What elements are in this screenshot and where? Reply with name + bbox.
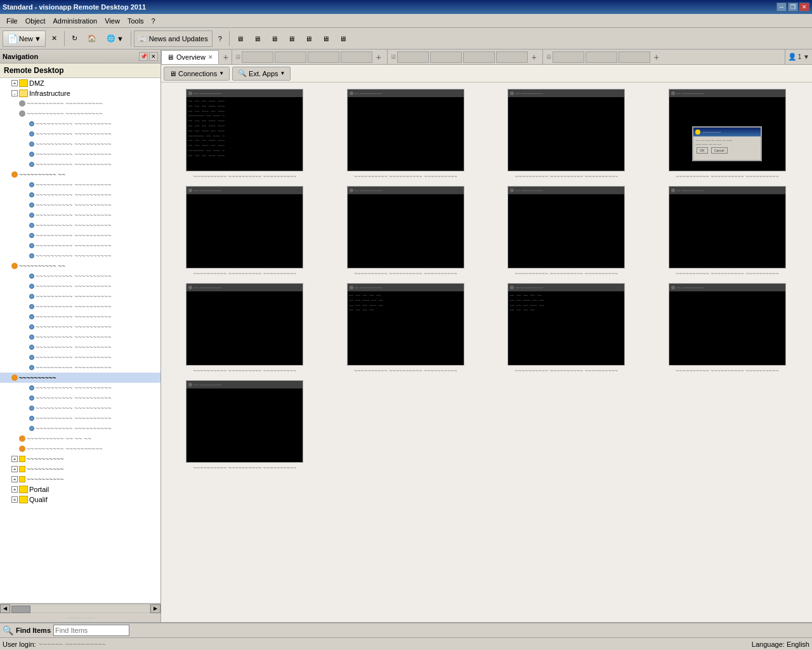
- expand-node1[interactable]: +: [11, 456, 18, 462]
- list-item[interactable]: ~~~~~~~~~~ ~~: [0, 169, 160, 180]
- conn-button-4[interactable]: 🖥: [284, 30, 299, 47]
- list-item[interactable]: ~~~~~~~~~~ ~~~~~~~~~~: [0, 393, 160, 403]
- menu-administration[interactable]: Administration: [49, 16, 102, 26]
- add-tab-button-2[interactable]: +: [373, 51, 384, 63]
- list-item[interactable]: ~~~~~~~~~~ ~~~~~~~~~~: [0, 281, 160, 291]
- expand-node2[interactable]: +: [11, 466, 18, 472]
- thumbnail-6[interactable]: ~~ ~~~~~~~~~~: [347, 186, 464, 269]
- thumbnail-8[interactable]: ~~ ~~~~~~~~~~: [669, 186, 786, 269]
- list-item[interactable]: ~~~~~~~~~~ ~~~~~~~~~~: [0, 109, 160, 119]
- list-item[interactable]: ~~~~~~~~~~ ~~: [0, 261, 160, 271]
- list-item[interactable]: ~~~~~~~~~~ ~~~~~~~~~~: [0, 190, 160, 200]
- dialog-cancel-btn[interactable]: Cancel: [711, 147, 728, 154]
- help-button[interactable]: ?: [214, 30, 226, 47]
- list-item[interactable]: ~~~~~~~~~~ ~~~~~~~~~~: [0, 251, 160, 261]
- list-item[interactable]: ~~~~~~~~~~ ~~~~~~~~~~: [0, 98, 160, 109]
- menu-tools[interactable]: Tools: [124, 16, 148, 26]
- list-item[interactable]: ~~~~~~~~~~ ~~~~~~~~~~: [0, 342, 160, 352]
- menu-help[interactable]: ?: [148, 16, 159, 26]
- delete-button[interactable]: ✕: [47, 30, 62, 47]
- home-button[interactable]: 🏠: [83, 30, 101, 47]
- list-item[interactable]: ~~~~~~~~~~ ~~~~~~~~~~: [0, 332, 160, 342]
- thumbnail-5[interactable]: ~~ ~~~~~~~~~~: [186, 186, 303, 269]
- scroll-track[interactable]: [10, 604, 150, 613]
- thumbnail-13[interactable]: ~~ ~~~~~~~~~~: [186, 380, 303, 463]
- nav-hscroll[interactable]: ◀ ▶: [0, 603, 160, 613]
- list-item[interactable]: ~~~~~~~~~~ ~~~~~~~~~~: [0, 271, 160, 281]
- conn-tab-mini-9[interactable]: [553, 51, 584, 63]
- menu-object[interactable]: Object: [22, 16, 49, 26]
- conn-tab-mini-2[interactable]: [275, 51, 306, 63]
- close-button[interactable]: ✕: [799, 3, 809, 11]
- thumbnail-1[interactable]: ~~ ~~~~~~~~~~ ~~ ~~ ~~ ~~~ ~~~ ~~ ~~ ~~ …: [186, 89, 303, 171]
- list-item[interactable]: ~~~~~~~~~~ ~~~~~~~~~~: [0, 302, 160, 312]
- conn-tab-mini-8[interactable]: [496, 51, 528, 63]
- list-item[interactable]: ~~~~~~~~~~ ~~~~~~~~~~: [0, 241, 160, 251]
- tree-item-portail[interactable]: + Portail: [0, 484, 160, 494]
- add-tab-button-4[interactable]: +: [651, 51, 662, 63]
- conn-button-2[interactable]: 🖥: [249, 30, 265, 47]
- tree-item-dmz[interactable]: + DMZ: [0, 78, 160, 88]
- restore-button[interactable]: ❐: [788, 3, 798, 11]
- list-item[interactable]: + ~~~~~~~~~~: [0, 464, 160, 474]
- list-item[interactable]: ~~~~~~~~~~ ~~~~~~~~~~: [0, 403, 160, 413]
- scroll-thumb[interactable]: [11, 606, 30, 613]
- nav-close-button[interactable]: ✕: [149, 52, 158, 61]
- web-button[interactable]: 🌐 ▼: [102, 30, 128, 47]
- expand-dmz[interactable]: +: [11, 80, 18, 86]
- nav-tree[interactable]: + DMZ - Infrastructure ~~~~~~~~~~ ~~~~~~…: [0, 78, 160, 603]
- list-item[interactable]: ~~~~~~~~~~ ~~~~~~~~~~: [0, 119, 160, 129]
- conn-tab-mini-7[interactable]: [463, 51, 495, 63]
- list-item[interactable]: ~~~~~~~~~~ ~~~~~~~~~~: [0, 352, 160, 362]
- news-button[interactable]: 📰 News and Updates: [134, 30, 213, 47]
- scroll-right-btn[interactable]: ▶: [150, 604, 160, 613]
- conn-tab-mini-3[interactable]: [308, 51, 339, 63]
- expand-node3[interactable]: +: [11, 476, 18, 482]
- list-item[interactable]: + ~~~~~~~~~~: [0, 474, 160, 484]
- add-tab-button-1[interactable]: +: [220, 51, 232, 63]
- list-item[interactable]: ~~~~~~~~~~ ~~~~~~~~~~: [0, 383, 160, 393]
- list-item[interactable]: ~~~~~~~~~~ ~~~~~~~~~~: [0, 220, 160, 230]
- conn-tab-mini-11[interactable]: [619, 51, 650, 63]
- connections-button[interactable]: 🖥 Connections ▼: [164, 67, 230, 81]
- tree-item-qualif[interactable]: + Qualif: [0, 494, 160, 505]
- list-item[interactable]: ~~~~~~~~~~ ~~~~~~~~~~: [0, 139, 160, 149]
- thumbnail-2[interactable]: ~~ ~~~~~~~~~~: [347, 89, 464, 171]
- thumbnail-9[interactable]: ~~ ~~~~~~~~~~: [186, 283, 303, 366]
- conn-button-3[interactable]: 🖥: [266, 30, 282, 47]
- list-item[interactable]: ~~~~~~~~~~ ~~ ~~ ~~: [0, 434, 160, 444]
- list-item[interactable]: ~~~~~~~~~~ ~~~~~~~~~~: [0, 230, 160, 241]
- new-button[interactable]: 📄 New ▼: [3, 30, 46, 47]
- list-item[interactable]: + ~~~~~~~~~~: [0, 454, 160, 464]
- list-item[interactable]: ~~~~~~~~~~ ~~~~~~~~~~: [0, 362, 160, 373]
- expand-portail[interactable]: +: [11, 486, 18, 493]
- thumbnail-4[interactable]: ~~ ~~~~~~~~~~ ~~~~~~~~~~ ~~ ~~ ~~~ ~~: [669, 89, 786, 171]
- conn-tab-mini-10[interactable]: [586, 51, 617, 63]
- list-item[interactable]: ~~~~~~~~~~ ~~~~~~~~~~: [0, 159, 160, 169]
- tree-item-infra[interactable]: - Infrastructure: [0, 88, 160, 98]
- conn-tab-mini-1[interactable]: [242, 51, 273, 63]
- thumbnail-3[interactable]: ~~ ~~~~~~~~~~: [508, 89, 625, 171]
- conn-button-1[interactable]: 🖥: [232, 30, 248, 47]
- conn-button-7[interactable]: 🖥: [335, 30, 351, 47]
- expand-infra[interactable]: -: [11, 90, 18, 96]
- thumbnail-10[interactable]: ~~ ~~~~~~~~~~ ~~ ~~ ~~ ~~ ~~ ~~ ~~ ~~~ ~…: [347, 283, 464, 366]
- conn-tab-mini-6[interactable]: [430, 51, 462, 63]
- menu-view[interactable]: View: [101, 16, 124, 26]
- list-item[interactable]: ~~~~~~~~~~ ~~~~~~~~~~: [0, 210, 160, 220]
- tab-close-overview[interactable]: ✕: [208, 54, 213, 60]
- conn-button-5[interactable]: 🖥: [301, 30, 317, 47]
- ext-apps-button[interactable]: 🔍 Ext. Apps ▼: [232, 67, 291, 81]
- list-item[interactable]: ~~~~~~~~~~ ~~~~~~~~~~: [0, 413, 160, 423]
- conn-button-6[interactable]: 🖥: [318, 30, 334, 47]
- thumbnail-7[interactable]: ~~ ~~~~~~~~~~: [508, 186, 625, 269]
- list-item[interactable]: ~~~~~~~~~~ ~~~~~~~~~~: [0, 129, 160, 139]
- thumbnail-11[interactable]: ~~ ~~~~~~~~~~ ~~ ~~ ~~ ~~ ~~ ~~ ~~ ~~~ ~…: [508, 283, 625, 366]
- expand-qualif[interactable]: +: [11, 496, 18, 503]
- nav-pin-button[interactable]: 📌: [139, 52, 148, 61]
- dialog-ok-btn[interactable]: OK: [697, 147, 707, 154]
- list-item[interactable]: ~~~~~~~~~~ ~~~~~~~~~~: [0, 423, 160, 434]
- menu-file[interactable]: File: [3, 16, 22, 26]
- list-item[interactable]: ~~~~~~~~~~ ~~~~~~~~~~: [0, 200, 160, 210]
- list-item[interactable]: ~~~~~~~~~~ ~~~~~~~~~~: [0, 322, 160, 332]
